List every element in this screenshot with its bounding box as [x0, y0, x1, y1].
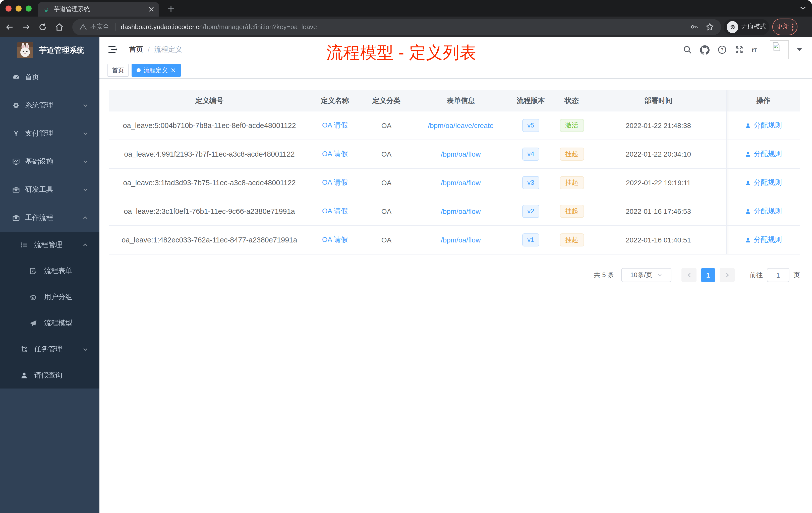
form-link[interactable]: /bpm/oa/flow — [441, 150, 481, 158]
active-dot-icon — [137, 68, 141, 72]
chevron-up-icon — [82, 215, 88, 221]
definition-category: OA — [360, 179, 413, 187]
assign-rule-button[interactable]: 分配规则 — [745, 207, 782, 216]
tag-label: 首页 — [112, 66, 124, 74]
browser-window: 芋道管理系统 不安全 dashboard.yudao.iocoder.cn/bp… — [0, 0, 812, 513]
github-icon[interactable] — [700, 45, 709, 55]
sidebar-item-payment[interactable]: ¥ 支付管理 — [0, 119, 99, 148]
tab-title: 芋道管理系统 — [54, 5, 149, 13]
form-link[interactable]: /bpm/oa/flow — [441, 207, 481, 215]
back-button[interactable] — [5, 22, 14, 31]
tab-close-icon[interactable] — [149, 6, 154, 12]
sidebar-item-label: 系统管理 — [25, 101, 53, 110]
sidebar-item-label: 流程模型 — [44, 319, 72, 328]
deploy-time: 2022-01-16 17:46:53 — [590, 207, 726, 215]
incognito-badge[interactable]: 无痕模式 — [724, 19, 769, 35]
url-path: /bpm/manager/definition?key=oa_leave — [203, 23, 317, 31]
sidebar-item-process-model[interactable]: 流程模型 — [0, 310, 99, 336]
deploy-time: 2022-01-16 01:40:51 — [590, 236, 726, 244]
definition-name-link[interactable]: OA 请假 — [322, 235, 348, 243]
deploy-time: 2022-01-22 19:19:11 — [590, 179, 726, 187]
definition-category: OA — [360, 150, 413, 158]
sidebar-logo: 芋道管理系统 — [0, 37, 99, 63]
annotation-title: 流程模型 - 定义列表 — [326, 42, 476, 64]
fullscreen-icon[interactable] — [735, 45, 744, 54]
minimize-window-button[interactable] — [16, 5, 22, 11]
security-label[interactable]: 不安全 — [90, 23, 109, 31]
table-row: oa_leave:2:3c1f0ef1-76b1-11ec-9c66-a2380… — [109, 197, 800, 226]
tag-process-definition[interactable]: 流程定义 — [132, 64, 181, 77]
tag-close-icon[interactable] — [171, 68, 176, 73]
version-badge: v1 — [522, 233, 539, 246]
browser-tab[interactable]: 芋道管理系统 — [38, 2, 159, 17]
assign-rule-button[interactable]: 分配规则 — [745, 178, 782, 187]
user-icon — [745, 151, 751, 157]
font-size-icon[interactable]: tT — [752, 45, 762, 54]
next-page-button[interactable] — [720, 268, 735, 282]
divider — [115, 23, 115, 31]
definition-name-link[interactable]: OA 请假 — [322, 150, 348, 158]
avatar[interactable] — [770, 40, 789, 59]
tab-strip: 芋道管理系统 — [0, 0, 812, 17]
password-key-icon[interactable] — [690, 23, 698, 31]
zoom-window-button[interactable] — [26, 5, 32, 11]
sidebar-item-workflow[interactable]: 工作流程 — [0, 204, 99, 232]
page-size-select[interactable]: 10条/页 — [621, 268, 671, 282]
sidebar-item-task-management[interactable]: 任务管理 — [0, 336, 99, 362]
reload-button[interactable] — [38, 22, 47, 31]
prev-page-button[interactable] — [682, 268, 696, 282]
avatar-dropdown-caret-icon[interactable] — [797, 48, 802, 51]
table-row: oa_leave:4:991f2193-7b7f-11ec-a3c8-acde4… — [109, 140, 800, 169]
definition-id: oa_leave:2:3c1f0ef1-76b1-11ec-9c66-a2380… — [109, 207, 310, 215]
svg-text:¥: ¥ — [14, 130, 18, 138]
table-row: oa_leave:5:004b710b-7b8a-11ec-8ef0-acde4… — [109, 112, 800, 140]
definition-category: OA — [360, 236, 413, 244]
breadcrumb-home[interactable]: 首页 — [129, 45, 143, 54]
sidebar-item-infrastructure[interactable]: 基础设施 — [0, 148, 99, 176]
forward-button[interactable] — [22, 22, 31, 31]
sidebar-item-dev-tools[interactable]: 研发工具 — [0, 176, 99, 204]
url-domain: dashboard.yudao.iocoder.cn — [121, 23, 203, 31]
form-link[interactable]: /bpm/oa/flow — [441, 236, 481, 244]
assign-rule-button[interactable]: 分配规则 — [745, 235, 782, 244]
assign-rule-label: 分配规则 — [754, 121, 782, 130]
deploy-time: 2022-01-22 21:48:38 — [590, 121, 726, 129]
browser-toolbar: 不安全 dashboard.yudao.iocoder.cn/bpm/manag… — [0, 17, 812, 37]
definition-id: oa_leave:5:004b710b-7b8a-11ec-8ef0-acde4… — [109, 121, 310, 129]
close-window-button[interactable] — [5, 5, 11, 11]
page-number-button[interactable]: 1 — [701, 268, 715, 282]
main-content: 流程模型 - 定义列表 首页 / 流程定义 ? tT — [99, 37, 812, 513]
hamburger-icon[interactable] — [109, 46, 117, 53]
assign-rule-button[interactable]: 分配规则 — [745, 121, 782, 130]
pagination: 共 5 条 10条/页 1 前往 页 — [594, 268, 800, 282]
definition-name-link[interactable]: OA 请假 — [322, 121, 348, 129]
status-badge: 挂起 — [560, 233, 584, 246]
definition-id: oa_leave:3:1fad3d93-7b75-11ec-a3c8-acde4… — [109, 179, 310, 187]
search-tabs-chevron-icon[interactable] — [800, 5, 807, 11]
tag-home[interactable]: 首页 — [108, 64, 128, 77]
sidebar-item-process-management[interactable]: 流程管理 — [0, 232, 99, 258]
chevron-up-icon — [82, 242, 88, 248]
definition-name-link[interactable]: OA 请假 — [322, 178, 348, 186]
chrome-update-menu-button[interactable]: 更新 — [772, 19, 798, 35]
sidebar-item-system[interactable]: 系统管理 — [0, 91, 99, 119]
search-icon[interactable] — [683, 45, 692, 54]
goto-label: 前往 — [750, 271, 763, 280]
sidebar-item-process-form[interactable]: 流程表单 — [0, 258, 99, 284]
sidebar-item-home[interactable]: 首页 — [0, 63, 99, 91]
form-link[interactable]: /bpm/oa/leave/create — [428, 121, 494, 129]
form-link[interactable]: /bpm/oa/flow — [441, 179, 481, 187]
sidebar-item-leave-query[interactable]: 请假查询 — [0, 362, 99, 389]
help-icon[interactable]: ? — [718, 45, 727, 54]
page-unit-label: 页 — [793, 271, 800, 280]
assign-rule-button[interactable]: 分配规则 — [745, 150, 782, 159]
home-button[interactable] — [55, 22, 64, 31]
definition-name-link[interactable]: OA 请假 — [322, 207, 348, 215]
sidebar-item-label: 支付管理 — [25, 129, 53, 138]
goto-page-input[interactable] — [767, 268, 789, 282]
url-bar[interactable]: 不安全 dashboard.yudao.iocoder.cn/bpm/manag… — [72, 19, 721, 35]
bookmark-star-icon[interactable] — [705, 23, 714, 31]
broken-image-icon — [771, 42, 781, 52]
sidebar-item-user-group[interactable]: 用户分组 — [0, 284, 99, 310]
new-tab-button[interactable] — [166, 3, 176, 13]
